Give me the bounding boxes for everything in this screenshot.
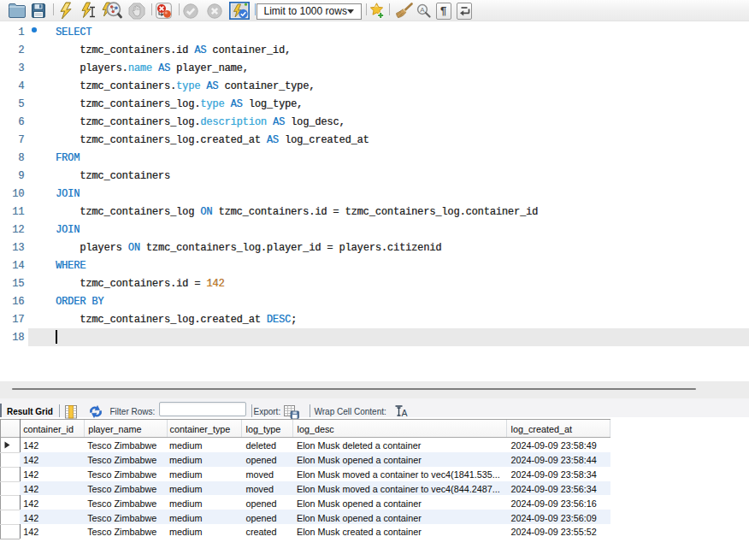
svg-text:A: A — [420, 5, 425, 13]
svg-text:A: A — [401, 408, 407, 417]
